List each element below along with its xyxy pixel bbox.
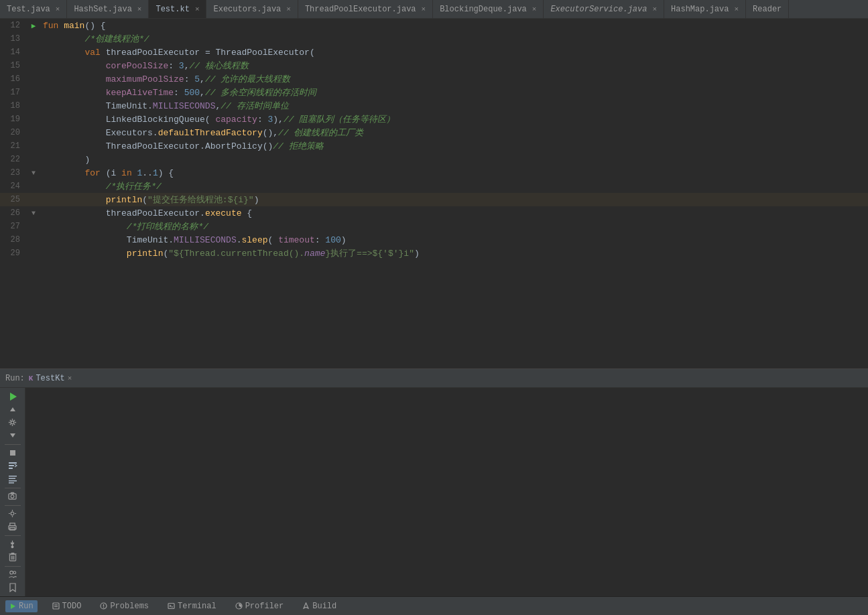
code-line-25: 25 println("提交任务给线程池:${i}") xyxy=(0,193,868,206)
code-line-26: 26 ▼ threadPoolExecutor.execute { xyxy=(0,206,868,220)
run-icon xyxy=(9,603,16,610)
line-content-23: for (i in 1..1) { xyxy=(40,168,868,178)
gutter-26: ▼ xyxy=(27,210,40,217)
bookmark-button[interactable] xyxy=(3,582,22,594)
gutter-23: ▼ xyxy=(27,169,40,177)
svg-rect-6 xyxy=(9,465,14,466)
tab-test-kt[interactable]: Test.kt × xyxy=(149,0,206,19)
tab-bar: Test.java × HashSet.java × Test.kt × Exe… xyxy=(0,0,868,19)
line-num-15: 15 xyxy=(0,61,27,70)
line-num-14: 14 xyxy=(0,48,27,57)
toolbar-separator-5 xyxy=(5,566,21,567)
tab-close-icon[interactable]: × xyxy=(422,5,426,13)
gutter-12: ▶ xyxy=(27,21,40,30)
svg-rect-4 xyxy=(10,450,15,456)
code-line-29: 29 println("${Thread.currentThread().nam… xyxy=(0,247,868,260)
run-output[interactable] xyxy=(25,388,868,596)
code-editor[interactable]: 12 ▶ fun main() { 13 /*创建线程池*/ 14 val th… xyxy=(0,19,868,368)
svg-rect-10 xyxy=(9,480,17,482)
todo-icon xyxy=(52,602,60,610)
trash-button[interactable] xyxy=(3,551,22,563)
pin-button[interactable] xyxy=(3,539,22,550)
line-content-28: TimeUnit.MILLISECONDS.sleep( timeout: 10… xyxy=(40,235,868,245)
run-button[interactable] xyxy=(3,391,22,402)
line-content-22: ) xyxy=(40,155,868,165)
tab-close-icon[interactable]: × xyxy=(195,5,200,13)
camera-button[interactable] xyxy=(3,490,22,502)
people-button[interactable] xyxy=(3,569,22,580)
tab-threadpoolexecutor-java[interactable]: ThreadPoolExecutor.java × xyxy=(298,0,433,19)
stop-button[interactable] xyxy=(3,447,22,458)
tab-label: Reader xyxy=(753,5,782,14)
profiler-label: Profiler xyxy=(245,602,284,611)
line-num-17: 17 xyxy=(0,88,27,97)
svg-point-2 xyxy=(11,421,14,424)
status-build[interactable]: Build xyxy=(298,600,340,612)
code-line-14: 14 val threadPoolExecutor = ThreadPoolEx… xyxy=(0,46,868,59)
build-label: Build xyxy=(312,602,336,611)
line-num-13: 13 xyxy=(0,34,27,44)
tab-label: Test.kt xyxy=(156,5,189,14)
run-tab-close-icon[interactable]: × xyxy=(68,374,72,383)
run-content xyxy=(0,388,868,596)
scroll-up-button[interactable] xyxy=(3,403,22,415)
line-content-24: /*执行任务*/ xyxy=(40,180,868,192)
tab-hashset-java[interactable]: HashSet.java × xyxy=(67,0,149,19)
line-num-22: 22 xyxy=(0,155,27,164)
line-num-28: 28 xyxy=(0,235,27,245)
wrap-button[interactable] xyxy=(3,460,22,472)
terminal-icon xyxy=(168,602,175,610)
code-line-28: 28 TimeUnit.MILLISECONDS.sleep( timeout:… xyxy=(0,233,868,247)
print-button[interactable] xyxy=(3,521,22,533)
tab-label: ExecutorService.java xyxy=(550,5,647,14)
svg-rect-8 xyxy=(9,476,17,477)
fold-icon-26[interactable]: ▼ xyxy=(32,210,36,217)
terminal-label: Terminal xyxy=(178,602,216,611)
tab-close-icon[interactable]: × xyxy=(56,5,60,13)
problems-label: Problems xyxy=(110,602,149,611)
scroll-down-button[interactable] xyxy=(3,429,22,441)
tab-close-icon[interactable]: × xyxy=(734,5,739,13)
code-line-27: 27 /*打印线程的名称*/ xyxy=(0,220,868,233)
svg-point-20 xyxy=(11,546,13,548)
svg-rect-23 xyxy=(11,553,14,554)
status-profiler[interactable]: Profiler xyxy=(231,600,288,612)
line-num-19: 19 xyxy=(0,115,27,124)
line-content-15: corePoolSize: 3,// 核心线程数 xyxy=(40,60,868,72)
svg-marker-3 xyxy=(10,433,15,437)
status-run[interactable]: Run xyxy=(5,600,38,612)
status-problems[interactable]: Problems xyxy=(96,600,153,612)
tab-close-icon[interactable]: × xyxy=(652,5,657,13)
status-bar: Run TODO Problems Terminal Profiler xyxy=(0,596,868,615)
tab-close-icon[interactable]: × xyxy=(286,5,291,13)
run-status-label: Run xyxy=(19,602,34,611)
tab-close-icon[interactable]: × xyxy=(532,5,537,13)
line-num-12: 12 xyxy=(0,21,27,30)
tab-test-java[interactable]: Test.java × xyxy=(0,0,67,19)
status-terminal[interactable]: Terminal xyxy=(164,600,221,612)
code-line-18: 18 TimeUnit.MILLISECONDS,// 存活时间单位 xyxy=(0,99,868,113)
run-gutter-icon[interactable]: ▶ xyxy=(32,21,36,30)
code-lines: 12 ▶ fun main() { 13 /*创建线程池*/ 14 val th… xyxy=(0,19,868,368)
svg-rect-11 xyxy=(9,482,14,484)
config-button[interactable] xyxy=(3,508,22,519)
svg-rect-18 xyxy=(10,527,15,530)
wrench-button[interactable] xyxy=(3,417,22,428)
tab-blockingdeque-java[interactable]: BlockingDeque.java × xyxy=(433,0,544,19)
editor-area: 12 ▶ fun main() { 13 /*创建线程池*/ 14 val th… xyxy=(0,19,868,368)
svg-point-13 xyxy=(11,495,14,498)
tab-close-icon[interactable]: × xyxy=(137,5,142,13)
tab-hashmap-java[interactable]: HashMap.java × xyxy=(664,0,746,19)
tab-executorservice-java[interactable]: ExecutorService.java × xyxy=(544,0,664,19)
tab-reader[interactable]: Reader xyxy=(746,0,789,19)
run-tab-label: TestKt xyxy=(36,374,64,383)
tab-label: HashSet.java xyxy=(74,5,131,14)
tab-executors-java[interactable]: Executors.java × xyxy=(206,0,298,19)
align-button[interactable] xyxy=(3,473,22,484)
status-todo[interactable]: TODO xyxy=(48,600,86,612)
toolbar-separator-3 xyxy=(5,505,21,506)
fold-icon-23[interactable]: ▼ xyxy=(32,169,36,177)
run-header: Run: K TestKt × xyxy=(0,369,868,388)
line-num-20: 20 xyxy=(0,128,27,137)
run-tab-testkt[interactable]: K TestKt × xyxy=(29,374,72,383)
